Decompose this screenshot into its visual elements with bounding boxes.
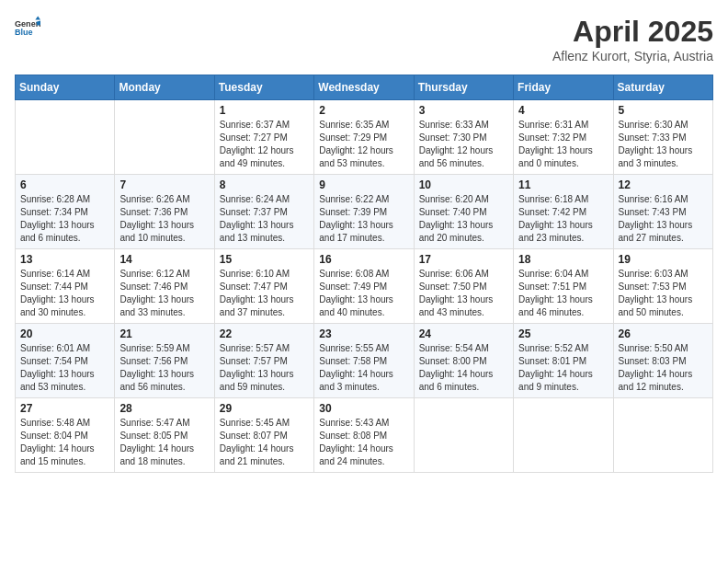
calendar-cell — [514, 398, 613, 473]
weekday-header-tuesday: Tuesday — [214, 75, 313, 100]
calendar-cell: 7Sunrise: 6:26 AMSunset: 7:36 PMDaylight… — [115, 175, 214, 249]
day-info: Sunrise: 5:48 AMSunset: 8:04 PMDaylight:… — [20, 417, 109, 468]
day-info: Sunrise: 5:54 AMSunset: 8:00 PMDaylight:… — [419, 342, 508, 394]
day-number: 9 — [319, 178, 408, 191]
day-info: Sunrise: 6:10 AMSunset: 7:47 PMDaylight:… — [220, 268, 309, 319]
day-info: Sunrise: 6:37 AMSunset: 7:27 PMDaylight:… — [220, 119, 309, 170]
day-number: 21 — [119, 327, 209, 340]
calendar-cell: 18Sunrise: 6:04 AMSunset: 7:51 PMDayligh… — [514, 249, 613, 324]
calendar-table: SundayMondayTuesdayWednesdayThursdayFrid… — [15, 75, 713, 473]
calendar-cell — [16, 100, 115, 175]
day-info: Sunrise: 5:43 AMSunset: 8:08 PMDaylight:… — [319, 417, 408, 468]
day-number: 20 — [20, 327, 109, 340]
day-info: Sunrise: 6:04 AMSunset: 7:51 PMDaylight:… — [518, 268, 608, 319]
weekday-header-thursday: Thursday — [414, 75, 513, 100]
calendar-cell: 23Sunrise: 5:55 AMSunset: 7:58 PMDayligh… — [314, 324, 414, 398]
day-info: Sunrise: 6:24 AMSunset: 7:37 PMDaylight:… — [220, 193, 309, 245]
day-number: 3 — [419, 104, 508, 117]
weekday-header-monday: Monday — [115, 75, 214, 100]
calendar-cell: 14Sunrise: 6:12 AMSunset: 7:46 PMDayligh… — [115, 249, 214, 324]
calendar-cell: 2Sunrise: 6:35 AMSunset: 7:29 PMDaylight… — [314, 100, 414, 175]
calendar-cell: 15Sunrise: 6:10 AMSunset: 7:47 PMDayligh… — [214, 249, 313, 324]
calendar-cell: 17Sunrise: 6:06 AMSunset: 7:50 PMDayligh… — [414, 249, 513, 324]
weekday-header-sunday: Sunday — [16, 75, 115, 100]
calendar-cell: 4Sunrise: 6:31 AMSunset: 7:32 PMDaylight… — [514, 100, 613, 175]
day-number: 24 — [419, 327, 508, 340]
day-number: 17 — [419, 253, 508, 266]
day-info: Sunrise: 6:08 AMSunset: 7:49 PMDaylight:… — [319, 268, 408, 319]
logo: General Blue — [15, 15, 40, 40]
day-number: 23 — [319, 327, 408, 340]
day-info: Sunrise: 6:20 AMSunset: 7:40 PMDaylight:… — [419, 193, 508, 245]
day-info: Sunrise: 6:12 AMSunset: 7:46 PMDaylight:… — [119, 268, 209, 319]
day-info: Sunrise: 5:45 AMSunset: 8:07 PMDaylight:… — [220, 417, 309, 468]
calendar-cell: 16Sunrise: 6:08 AMSunset: 7:49 PMDayligh… — [314, 249, 414, 324]
day-number: 28 — [119, 402, 209, 415]
day-number: 7 — [119, 178, 209, 191]
day-info: Sunrise: 6:03 AMSunset: 7:53 PMDaylight:… — [619, 268, 708, 319]
svg-text:General: General — [15, 19, 40, 29]
location-subtitle: Aflenz Kurort, Styria, Austria — [552, 49, 713, 63]
calendar-week-row: 1Sunrise: 6:37 AMSunset: 7:27 PMDaylight… — [16, 100, 713, 175]
weekday-header-friday: Friday — [514, 75, 613, 100]
weekday-header-saturday: Saturday — [613, 75, 712, 100]
calendar-cell: 28Sunrise: 5:47 AMSunset: 8:05 PMDayligh… — [115, 398, 214, 473]
day-number: 19 — [619, 253, 708, 266]
calendar-cell: 26Sunrise: 5:50 AMSunset: 8:03 PMDayligh… — [613, 324, 712, 398]
day-info: Sunrise: 5:57 AMSunset: 7:57 PMDaylight:… — [220, 342, 309, 394]
day-info: Sunrise: 6:26 AMSunset: 7:36 PMDaylight:… — [119, 193, 209, 245]
day-number: 18 — [518, 253, 608, 266]
calendar-cell: 22Sunrise: 5:57 AMSunset: 7:57 PMDayligh… — [214, 324, 313, 398]
day-number: 8 — [220, 178, 309, 191]
day-number: 2 — [319, 104, 408, 117]
day-number: 13 — [20, 253, 109, 266]
day-number: 4 — [518, 104, 608, 117]
day-info: Sunrise: 6:31 AMSunset: 7:32 PMDaylight:… — [518, 119, 608, 170]
day-info: Sunrise: 5:52 AMSunset: 8:01 PMDaylight:… — [518, 342, 608, 394]
calendar-cell — [115, 100, 214, 175]
day-info: Sunrise: 5:55 AMSunset: 7:58 PMDaylight:… — [319, 342, 408, 394]
day-info: Sunrise: 6:35 AMSunset: 7:29 PMDaylight:… — [319, 119, 408, 170]
day-number: 5 — [619, 104, 708, 117]
day-number: 1 — [220, 104, 309, 117]
day-info: Sunrise: 6:30 AMSunset: 7:33 PMDaylight:… — [619, 119, 708, 170]
calendar-cell: 20Sunrise: 6:01 AMSunset: 7:54 PMDayligh… — [16, 324, 115, 398]
weekday-header-wednesday: Wednesday — [314, 75, 414, 100]
calendar-week-row: 27Sunrise: 5:48 AMSunset: 8:04 PMDayligh… — [16, 398, 713, 473]
calendar-cell: 13Sunrise: 6:14 AMSunset: 7:44 PMDayligh… — [16, 249, 115, 324]
calendar-cell: 29Sunrise: 5:45 AMSunset: 8:07 PMDayligh… — [214, 398, 313, 473]
calendar-week-row: 20Sunrise: 6:01 AMSunset: 7:54 PMDayligh… — [16, 324, 713, 398]
day-number: 26 — [619, 327, 708, 340]
calendar-cell: 21Sunrise: 5:59 AMSunset: 7:56 PMDayligh… — [115, 324, 214, 398]
calendar-cell: 3Sunrise: 6:33 AMSunset: 7:30 PMDaylight… — [414, 100, 513, 175]
calendar-cell: 9Sunrise: 6:22 AMSunset: 7:39 PMDaylight… — [314, 175, 414, 249]
calendar-cell — [613, 398, 712, 473]
calendar-cell: 8Sunrise: 6:24 AMSunset: 7:37 PMDaylight… — [214, 175, 313, 249]
title-block: April 2025 Aflenz Kurort, Styria, Austri… — [552, 15, 713, 63]
day-number: 25 — [518, 327, 608, 340]
day-info: Sunrise: 6:06 AMSunset: 7:50 PMDaylight:… — [419, 268, 508, 319]
svg-text:Blue: Blue — [15, 28, 33, 37]
calendar-cell: 10Sunrise: 6:20 AMSunset: 7:40 PMDayligh… — [414, 175, 513, 249]
day-info: Sunrise: 5:47 AMSunset: 8:05 PMDaylight:… — [119, 417, 209, 468]
day-info: Sunrise: 6:01 AMSunset: 7:54 PMDaylight:… — [20, 342, 109, 394]
day-info: Sunrise: 6:16 AMSunset: 7:43 PMDaylight:… — [619, 193, 708, 245]
calendar-cell: 30Sunrise: 5:43 AMSunset: 8:08 PMDayligh… — [314, 398, 414, 473]
day-number: 30 — [319, 402, 408, 415]
calendar-week-row: 13Sunrise: 6:14 AMSunset: 7:44 PMDayligh… — [16, 249, 713, 324]
day-info: Sunrise: 6:14 AMSunset: 7:44 PMDaylight:… — [20, 268, 109, 319]
calendar-cell: 5Sunrise: 6:30 AMSunset: 7:33 PMDaylight… — [613, 100, 712, 175]
day-info: Sunrise: 5:50 AMSunset: 8:03 PMDaylight:… — [619, 342, 708, 394]
day-number: 16 — [319, 253, 408, 266]
calendar-cell: 27Sunrise: 5:48 AMSunset: 8:04 PMDayligh… — [16, 398, 115, 473]
calendar-cell: 24Sunrise: 5:54 AMSunset: 8:00 PMDayligh… — [414, 324, 513, 398]
calendar-cell: 12Sunrise: 6:16 AMSunset: 7:43 PMDayligh… — [613, 175, 712, 249]
day-number: 14 — [119, 253, 209, 266]
day-info: Sunrise: 6:18 AMSunset: 7:42 PMDaylight:… — [518, 193, 608, 245]
day-info: Sunrise: 6:22 AMSunset: 7:39 PMDaylight:… — [319, 193, 408, 245]
calendar-cell: 11Sunrise: 6:18 AMSunset: 7:42 PMDayligh… — [514, 175, 613, 249]
day-number: 10 — [419, 178, 508, 191]
calendar-cell: 1Sunrise: 6:37 AMSunset: 7:27 PMDaylight… — [214, 100, 313, 175]
calendar-cell: 6Sunrise: 6:28 AMSunset: 7:34 PMDaylight… — [16, 175, 115, 249]
day-number: 11 — [518, 178, 608, 191]
